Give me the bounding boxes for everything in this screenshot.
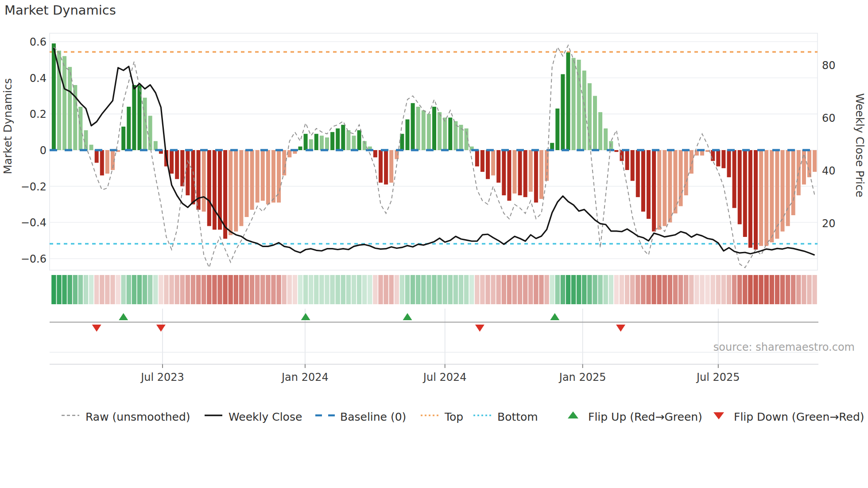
heatmap-cell [770, 275, 774, 304]
bar [502, 150, 506, 195]
heatmap-cell [566, 275, 570, 304]
heatmap-cell [223, 275, 227, 304]
bar [320, 136, 324, 150]
heatmap-cell [512, 275, 517, 304]
heatmap-cell [453, 275, 458, 304]
heatmap-cell [620, 275, 624, 304]
flip-up-marker [403, 313, 412, 320]
heatmap-cell [528, 275, 533, 304]
bar [186, 150, 190, 195]
heatmap-cell [539, 275, 543, 304]
heatmap-cell [625, 275, 629, 304]
bar [609, 141, 613, 150]
heatmap-cell [604, 275, 608, 304]
bar [711, 150, 715, 161]
heatmap-cell [68, 275, 72, 304]
heatmap-cell [303, 275, 308, 304]
heatmap-cell [180, 275, 185, 304]
heatmap-cell [400, 275, 404, 304]
heatmap-cell [480, 275, 484, 304]
heatmap-cell [298, 275, 302, 304]
legend-label: Flip Down (Green→Red) [734, 411, 864, 423]
bar [448, 118, 452, 150]
bar [647, 150, 651, 219]
bar [357, 130, 361, 150]
bar [797, 150, 801, 195]
heatmap-cell [282, 275, 287, 304]
heatmap-cell [121, 275, 126, 304]
heatmap-cell [802, 275, 806, 304]
bar [572, 58, 576, 150]
legend-label: Weekly Close [229, 411, 302, 423]
heatmap-cell [582, 275, 586, 304]
bar [411, 103, 415, 150]
heatmap-cell [641, 275, 645, 304]
bar [256, 150, 260, 202]
raw-line-swatch-icon [61, 410, 80, 423]
flip-up-triangle-icon [563, 410, 583, 423]
right-tick-label: 20 [822, 217, 836, 230]
heatmap-cell [362, 275, 367, 304]
heatmap-cell [411, 275, 415, 304]
bar [475, 150, 479, 167]
heatmap-cell [764, 275, 769, 304]
bar [384, 150, 388, 185]
heatmap-cell [759, 275, 763, 304]
bar [191, 150, 195, 204]
bar [507, 150, 511, 201]
bar [245, 150, 249, 217]
heatmap-cell [614, 275, 619, 304]
legend-item-flip-down: Flip Down (Green→Red) [709, 410, 864, 423]
bar [759, 150, 763, 246]
top-line-swatch-icon [420, 410, 439, 423]
bar [373, 150, 377, 157]
bar [657, 150, 661, 230]
heatmap-cell [191, 275, 195, 304]
bar [754, 150, 758, 250]
bar [314, 134, 318, 150]
heatmap-cell [432, 275, 436, 304]
heatmap-cell [448, 275, 453, 304]
heatmap-cell [255, 275, 260, 304]
heatmap-cell [164, 275, 168, 304]
heatmap-cell [651, 275, 656, 304]
bar [491, 150, 495, 175]
bar [325, 137, 329, 150]
heatmap-cell [384, 275, 388, 304]
bar [791, 150, 795, 215]
heatmap-cell [143, 275, 147, 304]
bar [598, 112, 602, 150]
right-tick-label: 80 [822, 59, 836, 72]
heatmap-cell [319, 275, 324, 304]
heatmap-cell [110, 275, 115, 304]
heatmap-cell [405, 275, 410, 304]
heatmap-cell [630, 275, 635, 304]
close-line-swatch-icon [204, 410, 223, 423]
heatmap-cell [534, 275, 538, 304]
heatmap-cell [694, 275, 699, 304]
bar [566, 53, 570, 150]
bar [786, 150, 790, 226]
bar [523, 150, 527, 197]
heatmap-cell [732, 275, 736, 304]
bar [406, 120, 410, 150]
x-tick-label: Jan 2024 [281, 371, 329, 383]
bar [261, 150, 265, 201]
heatmap-cell [244, 275, 249, 304]
legend-label: Flip Up (Red→Green) [588, 411, 702, 423]
heatmap-cell [89, 275, 93, 304]
heatmap-cell [587, 275, 592, 304]
heatmap-cell [753, 275, 758, 304]
heatmap-cell [721, 275, 726, 304]
bar [539, 150, 543, 199]
left-tick-label: 0.6 [30, 36, 46, 48]
heatmap-cell [469, 275, 474, 304]
heatmap-cell [94, 275, 99, 304]
heatmap-cell [148, 275, 152, 304]
bar [352, 136, 356, 150]
legend-item-baseline: Baseline (0) [315, 410, 406, 423]
heatmap-cell [266, 275, 270, 304]
heatmap-cell [336, 275, 340, 304]
baseline-swatch-icon [315, 410, 335, 423]
heatmap-cell [485, 275, 490, 304]
